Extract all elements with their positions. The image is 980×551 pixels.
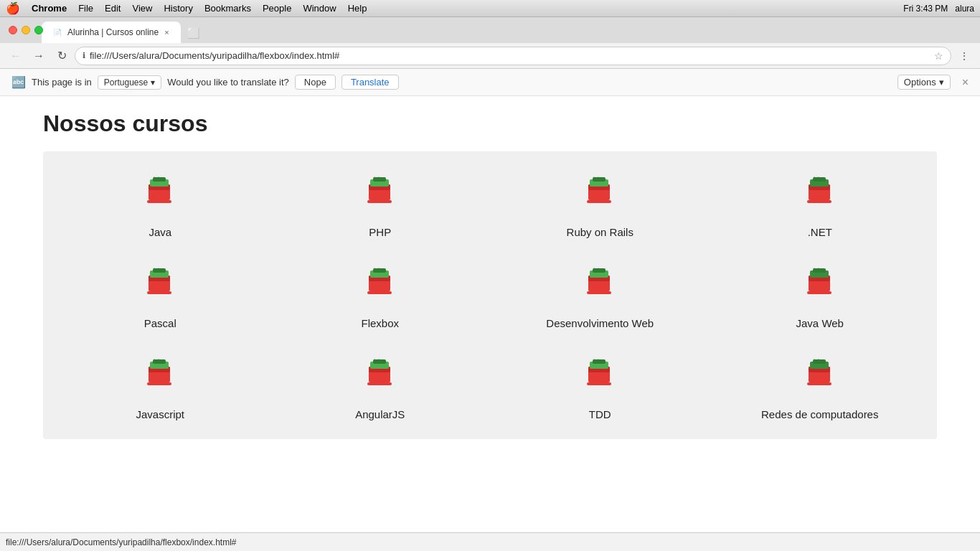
translate-question: Would you like to translate it? [167, 77, 289, 88]
translate-bar: 🔤 This page is in Portuguese ▾ Would you… [0, 69, 980, 96]
svg-rect-4 [153, 177, 166, 182]
window-controls [9, 26, 43, 34]
close-button[interactable] [9, 26, 17, 34]
svg-rect-37 [807, 291, 831, 294]
translate-right: Options ▾ × [897, 75, 969, 90]
address-input[interactable]: ℹ file:///Users/alura/Documents/yuripadi… [75, 47, 951, 65]
menu-file[interactable]: File [78, 3, 93, 14]
menu-chrome[interactable]: Chrome [32, 3, 67, 14]
chrome-window: 📄 Alurinha | Cursos online × ⬜ ← → ↻ ℹ f… [0, 17, 980, 551]
svg-rect-39 [813, 268, 826, 273]
minimize-button[interactable] [22, 26, 30, 34]
course-item[interactable]: AngularJS [270, 341, 491, 432]
menubar-time: Fri 3:43 PM [903, 4, 948, 14]
menu-help[interactable]: Help [348, 3, 367, 14]
course-name: Desenvolvimento Web [546, 317, 654, 329]
forward-button[interactable]: → [29, 46, 49, 66]
course-icon [798, 267, 842, 310]
maximize-button[interactable] [34, 26, 43, 34]
bookmark-icon[interactable]: ☆ [934, 50, 943, 62]
course-name: Ruby on Rails [567, 226, 633, 238]
reload-button[interactable]: ↻ [52, 46, 72, 66]
tab-title: Alurinha | Cursos online [67, 27, 159, 37]
menu-edit[interactable]: Edit [105, 3, 121, 14]
course-item[interactable]: Pascal [50, 250, 270, 341]
tab-close-icon[interactable]: × [164, 28, 169, 37]
language-label: Portuguese [104, 77, 148, 88]
menu-bookmarks[interactable]: Bookmarks [204, 3, 251, 14]
status-bar: file:///Users/alura/Documents/yuripadilh… [0, 532, 980, 551]
course-icon [578, 267, 621, 310]
svg-rect-44 [153, 359, 166, 364]
svg-rect-9 [373, 177, 386, 182]
active-tab[interactable]: 📄 Alurinha | Cursos online × [42, 22, 181, 43]
courses-grid: Java PHP Ruby on Rails [50, 159, 930, 432]
course-item[interactable]: Ruby on Rails [490, 159, 710, 250]
course-item[interactable]: Javascript [50, 341, 270, 432]
course-name: .NET [808, 226, 832, 238]
language-selector[interactable]: Portuguese ▾ [98, 75, 161, 90]
translate-button[interactable]: Translate [341, 75, 399, 90]
new-tab-button[interactable]: ⬜ [184, 23, 204, 43]
menu-items: Chrome File Edit View History Bookmarks … [32, 3, 367, 14]
svg-rect-52 [587, 382, 611, 385]
svg-rect-29 [373, 268, 386, 273]
course-name: Pascal [144, 317, 176, 329]
svg-rect-42 [147, 382, 171, 385]
translate-close-icon[interactable]: × [962, 76, 969, 89]
tab-favicon: 📄 [53, 29, 62, 37]
apple-logo[interactable]: 🍎 [6, 1, 20, 15]
svg-rect-7 [367, 200, 392, 203]
course-name: Java Web [796, 317, 844, 329]
course-item[interactable]: Java [50, 159, 270, 250]
page-title: Nossos cursos [43, 110, 937, 137]
options-chevron: ▾ [939, 77, 944, 88]
svg-rect-32 [587, 291, 611, 294]
address-extras: ⋮ [954, 46, 974, 66]
translate-message: This page is in [32, 77, 92, 88]
mac-menubar: 🍎 Chrome File Edit View History Bookmark… [0, 0, 980, 17]
course-icon [138, 267, 182, 310]
course-name: Flexbox [361, 317, 399, 329]
svg-rect-49 [373, 359, 386, 364]
svg-rect-27 [367, 291, 392, 294]
courses-grid-wrap: Java PHP Ruby on Rails [43, 151, 937, 439]
language-chevron: ▾ [151, 77, 155, 88]
menu-view[interactable]: View [132, 3, 152, 14]
address-info-icon: ℹ [83, 51, 85, 60]
svg-rect-34 [593, 268, 606, 273]
course-icon [578, 176, 621, 219]
svg-rect-24 [153, 268, 166, 273]
course-name: TDD [589, 408, 611, 420]
course-name: Redes de computadores [761, 408, 878, 420]
course-item[interactable]: TDD [490, 341, 710, 432]
course-name: PHP [369, 226, 391, 238]
options-dropdown[interactable]: Options ▾ [897, 75, 951, 90]
course-name: Java [149, 226, 171, 238]
address-url: file:///Users/alura/Documents/yuripadilh… [90, 50, 930, 61]
course-item[interactable]: Desenvolvimento Web [490, 250, 710, 341]
course-icon [359, 267, 402, 310]
course-icon [359, 358, 402, 401]
svg-rect-57 [807, 382, 831, 385]
course-icon [798, 358, 842, 401]
nope-button[interactable]: Nope [295, 75, 336, 90]
course-icon [359, 176, 402, 219]
course-item[interactable]: .NET [710, 159, 930, 250]
course-name: AngularJS [355, 408, 405, 420]
tab-bar: 📄 Alurinha | Cursos online × ⬜ [0, 17, 980, 43]
back-button[interactable]: ← [6, 46, 26, 66]
course-icon [578, 358, 621, 401]
menu-history[interactable]: History [164, 3, 192, 14]
extensions-icon[interactable]: ⋮ [954, 46, 974, 66]
course-item[interactable]: Flexbox [270, 250, 491, 341]
menubar-right: Fri 3:43 PM alura [903, 4, 974, 14]
svg-rect-17 [807, 200, 831, 203]
course-name: Javascript [136, 408, 184, 420]
menu-window[interactable]: Window [303, 3, 336, 14]
course-icon [138, 176, 182, 219]
course-item[interactable]: Java Web [710, 250, 930, 341]
course-item[interactable]: Redes de computadores [710, 341, 930, 432]
course-item[interactable]: PHP [270, 159, 491, 250]
menu-people[interactable]: People [263, 3, 291, 14]
